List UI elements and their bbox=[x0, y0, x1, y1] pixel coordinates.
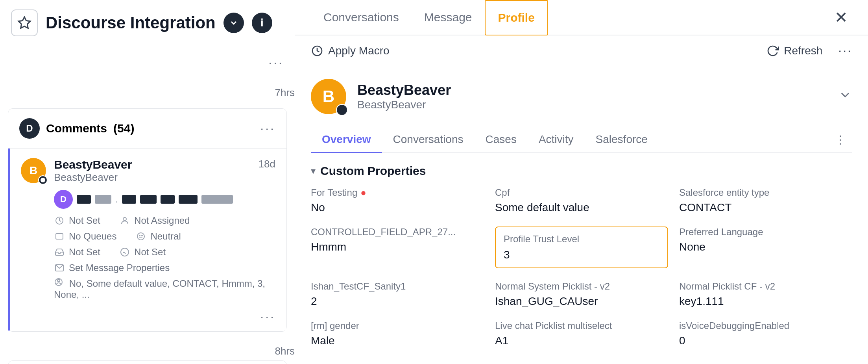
svg-marker-0 bbox=[18, 17, 30, 28]
conv-footer-1: ··· bbox=[10, 310, 286, 331]
rocket-icon bbox=[119, 247, 130, 258]
prop-voice-debugging: isVoiceDebuggingEnabled 0 bbox=[679, 320, 852, 347]
svg-point-2 bbox=[123, 217, 126, 221]
prop-profile-trust-level-value: 3 bbox=[504, 249, 659, 261]
msg-block-4 bbox=[140, 195, 157, 204]
msg-block-6 bbox=[179, 195, 198, 204]
nav-salesforce[interactable]: Salesforce bbox=[585, 127, 659, 153]
required-indicator: ● bbox=[360, 187, 366, 198]
svg-point-10 bbox=[57, 279, 60, 282]
user-avatar-badge bbox=[336, 104, 348, 116]
prop-controlled-field-value: Hmmm bbox=[311, 241, 484, 253]
tab-conversations[interactable]: Conversations bbox=[311, 0, 412, 35]
properties-grid: For Testing ● No Cpf Some default value … bbox=[311, 187, 852, 347]
custom-properties-header: ▾ Custom Properties bbox=[311, 164, 852, 178]
message-preview-1: D . bbox=[54, 190, 275, 209]
section-title: Custom Properties bbox=[320, 164, 426, 178]
close-button[interactable]: ✕ bbox=[830, 6, 852, 28]
msg-block-3 bbox=[122, 195, 136, 204]
msg-block-7 bbox=[201, 195, 233, 204]
conv-time-1: 18d bbox=[259, 158, 275, 170]
svg-point-4 bbox=[137, 233, 144, 240]
neutral-icon bbox=[135, 231, 146, 242]
conversation-item-1[interactable]: B BeastyBeaver BeastyBeaver 18d bbox=[8, 149, 286, 331]
collapse-icon[interactable]: ▾ bbox=[311, 165, 316, 176]
meta-not-assigned-1: Not Assigned bbox=[119, 215, 190, 226]
tab-message[interactable]: Message bbox=[412, 0, 485, 35]
prop-ishan-sanity: Ishan_TestCF_Sanity1 2 bbox=[311, 281, 484, 308]
comments-title: D Comments (54) bbox=[19, 118, 134, 139]
prop-gender-value: Male bbox=[311, 334, 484, 347]
nav-activity[interactable]: Activity bbox=[528, 127, 585, 153]
conversation-list: 7hrs D Comments (54) ··· B bbox=[0, 80, 295, 364]
conv-username-1: BeastyBeaver bbox=[54, 158, 251, 171]
star-button[interactable] bbox=[11, 9, 38, 36]
right-tabs: Conversations Message Profile ✕ bbox=[295, 0, 868, 35]
svg-point-6 bbox=[139, 235, 140, 236]
conv-handle-1: BeastyBeaver bbox=[54, 171, 251, 184]
nav-cases[interactable]: Cases bbox=[475, 127, 528, 153]
meta-row-2: No Queues Neutral bbox=[54, 231, 275, 242]
profile-nav-more-button[interactable]: ⋮ bbox=[829, 127, 852, 152]
conv-meta-1: Not Set Not Assigned bbox=[54, 215, 275, 300]
comments-header: D Comments (54) ··· bbox=[8, 109, 286, 149]
user-name-block: BeastyBeaver BeastyBeaver bbox=[357, 82, 827, 111]
prop-gender: [rm] gender Male bbox=[311, 320, 484, 347]
time-label-2: 8hrs bbox=[0, 338, 295, 360]
prop-profile-trust-level[interactable]: Profile Trust Level 3 bbox=[495, 227, 668, 268]
nav-conversations[interactable]: Conversations bbox=[382, 127, 475, 153]
prop-ishan-sanity-value: 2 bbox=[311, 295, 484, 308]
profile-nav: Overview Conversations Cases Activity Sa… bbox=[311, 127, 852, 153]
avatar-d-1: D bbox=[54, 190, 73, 209]
msg-dot: . bbox=[115, 194, 118, 205]
toolbar-more-button[interactable]: ··· bbox=[838, 43, 852, 58]
person-icon bbox=[119, 215, 130, 226]
prop-controlled-field: CONTROLLED_FIELD_APR_27... Hmmm bbox=[311, 227, 484, 268]
prop-normal-picklist-v2-value: Ishan_GUG_CAUser bbox=[495, 295, 668, 308]
inbox-icon bbox=[54, 247, 65, 258]
tab-profile[interactable]: Profile bbox=[485, 0, 548, 35]
meta-no-queues: No Queues bbox=[54, 231, 116, 242]
queue-icon bbox=[54, 231, 65, 242]
comments-count: (54) bbox=[113, 122, 134, 135]
meta-neutral: Neutral bbox=[135, 231, 181, 242]
left-panel: Discourse Integration i ··· 7hrs D Comme… bbox=[0, 0, 295, 364]
set-msg-props: Set Message Properties bbox=[54, 262, 275, 273]
comments-more-button[interactable]: ··· bbox=[260, 121, 275, 136]
left-header: Discourse Integration i bbox=[0, 0, 295, 46]
prop-for-testing: For Testing ● No bbox=[311, 187, 484, 214]
chevron-down-button[interactable] bbox=[223, 13, 244, 33]
user-header: B BeastyBeaver BeastyBeaver bbox=[311, 79, 852, 114]
right-toolbar: Apply Macro Refresh ··· bbox=[295, 35, 868, 66]
nav-overview[interactable]: Overview bbox=[311, 127, 382, 153]
user-handle: BeastyBeaver bbox=[357, 98, 827, 111]
meta-not-set-3: Not Set bbox=[119, 247, 166, 258]
apply-macro-button[interactable]: Apply Macro bbox=[311, 45, 390, 57]
clock-icon bbox=[54, 215, 65, 226]
discourse-icon: D bbox=[19, 118, 40, 139]
svg-point-7 bbox=[142, 235, 142, 236]
time-label-1: 7hrs bbox=[0, 80, 295, 102]
user-name: BeastyBeaver bbox=[357, 82, 827, 98]
refresh-button[interactable]: Refresh bbox=[766, 45, 822, 57]
prop-normal-picklist-cf-value: key1.111 bbox=[679, 295, 852, 308]
prop-for-testing-value: No bbox=[311, 201, 484, 214]
profile-content: B BeastyBeaver BeastyBeaver Overview Con… bbox=[295, 66, 868, 364]
sidebar-toolbar: ··· bbox=[0, 46, 295, 80]
macro-icon bbox=[311, 45, 323, 57]
expand-button[interactable] bbox=[838, 88, 852, 105]
prop-cpf: Cpf Some default value bbox=[495, 187, 668, 214]
conversation-item-2[interactable]: B BeastyBeaver BeastyBeaver 18d D . · bbox=[8, 361, 286, 364]
msg-block-5 bbox=[161, 195, 175, 204]
msg-block-2 bbox=[95, 195, 111, 204]
prop-salesforce-entity-value: CONTACT bbox=[679, 201, 852, 214]
meta-not-set-1: Not Set bbox=[54, 215, 100, 226]
sidebar-more-button[interactable]: ··· bbox=[268, 56, 284, 70]
avatar-1: B bbox=[21, 158, 46, 183]
conv-more-button-1[interactable]: ··· bbox=[260, 310, 275, 324]
meta-not-set-2: Not Set bbox=[54, 247, 100, 258]
prop-cpf-value: Some default value bbox=[495, 201, 668, 214]
prop-live-chat-multiselect-value: A1 bbox=[495, 334, 668, 347]
info-button[interactable]: i bbox=[252, 13, 272, 33]
svg-rect-3 bbox=[56, 234, 63, 239]
